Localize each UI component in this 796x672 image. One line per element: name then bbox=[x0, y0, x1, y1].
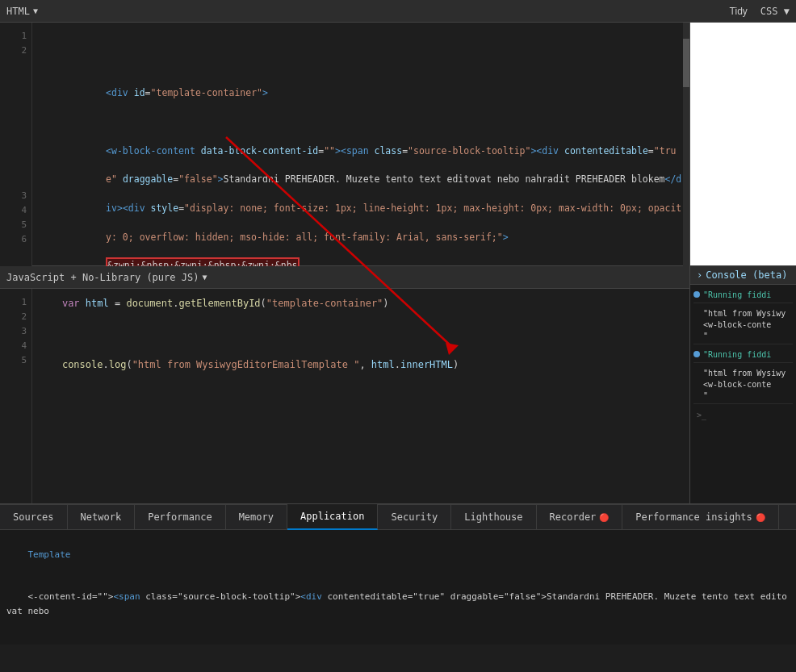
tab-performance-insights[interactable]: Performance insights 🔴 bbox=[622, 504, 779, 530]
console-text-1: "Running fiddi bbox=[703, 290, 771, 301]
code-line-1: <div id="template-container"> bbox=[39, 72, 683, 86]
prompt-icon: >_ bbox=[697, 411, 706, 419]
bottom-source-line-3: y: 0; overflow: hidden; mso-hide: all; f… bbox=[0, 632, 796, 645]
console-entry-2b: "html from Wysiwy<w-block-conte" bbox=[693, 366, 793, 404]
console-prompt: >_ bbox=[693, 407, 793, 423]
html-editor-content: 1 2 3 4 5 6 bbox=[0, 23, 689, 266]
html-editor-main: HTML ▼ Tidy CSS ▼ 1 2 bbox=[0, 0, 690, 266]
bottom-tabs-bar: Sources Network Performance Memory Appli… bbox=[0, 504, 796, 530]
chevron-right-icon: › bbox=[697, 269, 702, 281]
code-line-2: <w-block-content data-block-content-id="… bbox=[39, 130, 683, 266]
tab-application[interactable]: Application bbox=[287, 504, 378, 530]
js-line-1: var html = document.getElementById("temp… bbox=[39, 295, 683, 311]
console-dot-1 bbox=[693, 291, 700, 298]
html-scrollbar-thumb[interactable] bbox=[683, 39, 689, 87]
console-header: › Console (beta) bbox=[690, 266, 796, 285]
html-tab-label[interactable]: HTML bbox=[6, 6, 30, 17]
html-line-numbers: 1 2 3 4 5 6 bbox=[0, 23, 32, 266]
html-preview-panel: Standardni PREHE bbox=[690, 0, 796, 265]
html-tab-arrow[interactable]: ▼ bbox=[33, 6, 38, 15]
js-line-numbers: 1 2 3 4 5 bbox=[0, 289, 32, 503]
js-line-5 bbox=[39, 374, 683, 396]
bottom-source-line-1: Template bbox=[0, 533, 796, 576]
console-entry-1b: "html from Wysiwy<w-block-conte" bbox=[693, 307, 793, 344]
css-tab-label[interactable]: CSS ▼ bbox=[760, 6, 790, 17]
tab-sources[interactable]: Sources bbox=[0, 504, 68, 530]
perf-insights-icon: 🔴 bbox=[756, 513, 765, 522]
js-tab-arrow[interactable]: ▼ bbox=[202, 273, 207, 282]
tab-lighthouse[interactable]: Lighthouse bbox=[451, 504, 536, 530]
js-tab-bar: JavaScript + No-Library (pure JS) ▼ bbox=[0, 266, 689, 289]
html-tab-left: HTML ▼ bbox=[6, 6, 38, 17]
js-line-3 bbox=[39, 334, 683, 357]
js-panel: JavaScript + No-Library (pure JS) ▼ 1 2 … bbox=[0, 266, 796, 504]
js-editor-main: JavaScript + No-Library (pure JS) ▼ 1 2 … bbox=[0, 266, 690, 503]
tidy-button[interactable]: Tidy bbox=[730, 6, 748, 17]
html-code-area[interactable]: <div id="template-container"> <w-block-c… bbox=[32, 23, 689, 266]
bottom-source-panel: Template <-content-id=""><span class="so… bbox=[0, 530, 796, 645]
html-panel: HTML ▼ Tidy CSS ▼ 1 2 bbox=[0, 0, 796, 266]
tab-security[interactable]: Security bbox=[378, 504, 451, 530]
console-text-2: "Running fiddi bbox=[703, 349, 771, 361]
console-panel: › Console (beta) "Running fiddi "html fr… bbox=[690, 266, 796, 503]
js-tab-label[interactable]: JavaScript + No-Library (pure JS) bbox=[6, 272, 199, 283]
recorder-icon: 🔴 bbox=[599, 513, 609, 522]
js-line-2 bbox=[39, 311, 683, 334]
main-container: HTML ▼ Tidy CSS ▼ 1 2 bbox=[0, 0, 796, 504]
js-code-area[interactable]: var html = document.getElementById("temp… bbox=[32, 289, 689, 503]
tab-memory[interactable]: Memory bbox=[226, 504, 287, 530]
console-label: Console (beta) bbox=[706, 269, 787, 281]
tab-recorder[interactable]: Recorder 🔴 bbox=[537, 504, 623, 530]
console-entry-2: "Running fiddi bbox=[693, 348, 793, 363]
js-line-4: console.log("html from WysiwygEditorEmai… bbox=[39, 357, 683, 373]
console-body: "Running fiddi "html from Wysiwy<w-block… bbox=[690, 285, 796, 503]
console-dot-2 bbox=[693, 351, 700, 357]
html-scrollbar-track[interactable] bbox=[683, 23, 689, 266]
bottom-source-line-2: <-content-id=""><span class="source-bloc… bbox=[0, 576, 796, 632]
html-tab-bar: HTML ▼ Tidy CSS ▼ bbox=[0, 0, 796, 23]
tab-performance[interactable]: Performance bbox=[135, 504, 225, 530]
console-text-2b: "html from Wysiwy<w-block-conte" bbox=[703, 368, 786, 402]
tab-network[interactable]: Network bbox=[68, 504, 136, 530]
console-text-1b: "html from Wysiwy<w-block-conte" bbox=[703, 308, 786, 342]
console-entry-1: "Running fiddi bbox=[693, 288, 793, 303]
